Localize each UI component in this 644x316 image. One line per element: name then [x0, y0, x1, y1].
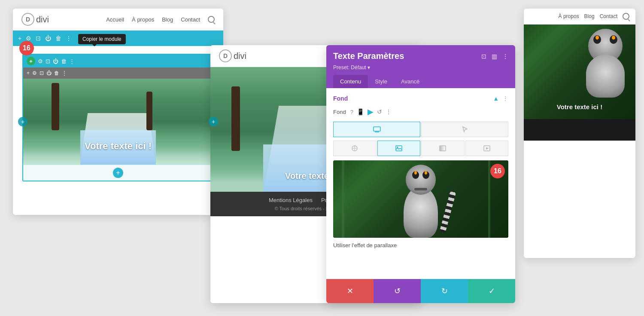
panel-fullscreen-icon[interactable]: ⊡ [481, 53, 486, 60]
bg-type-image-btn[interactable] [333, 122, 420, 137]
bamboo-1 [342, 160, 345, 238]
img-type-color-btn[interactable] [333, 141, 377, 156]
window1-nav: Accueil À propos Blog Contact [106, 16, 215, 23]
delete-icon[interactable]: 🗑 [55, 35, 61, 42]
divi-logo: D divi [21, 13, 49, 26]
panel-badge-16: 16 [490, 164, 505, 178]
img-type-row [333, 141, 508, 156]
add-module-bottom-btn[interactable]: + [113, 168, 123, 178]
inner-power-icon[interactable]: ⏻ [46, 70, 52, 76]
redo-button[interactable]: ↻ [421, 279, 468, 303]
fond-options-icon[interactable]: ⋮ [502, 95, 508, 102]
panel-preset[interactable]: Preset: Défaut ▾ [333, 64, 508, 71]
module-bottom: + [23, 165, 213, 181]
nav-blog[interactable]: Blog [162, 16, 173, 23]
module-delete-icon[interactable]: 🗑 [61, 58, 67, 64]
fond-mobile-icon[interactable]: 📱 [357, 108, 364, 115]
module-more-icon[interactable]: ⋮ [69, 58, 75, 64]
panel-header: Texte Paramètres ⊡ ▥ ⋮ Preset: Défaut ▾ … [326, 45, 515, 88]
copy-tooltip: Copier le module [78, 34, 126, 44]
fond-help-icon[interactable]: ? [350, 109, 353, 115]
w3-nav-apropos[interactable]: À propos [559, 13, 579, 19]
inner-copy-icon[interactable]: ⊡ [39, 70, 44, 76]
inner-toolbar: + ⚙ ⊡ ⏻ 🗑 ⋮ [23, 67, 213, 79]
lemur-head [406, 165, 436, 195]
settings-panel: Texte Paramètres ⊡ ▥ ⋮ Preset: Défaut ▾ … [326, 45, 515, 303]
panel-more-icon[interactable]: ⋮ [502, 53, 508, 60]
fond-reset-icon[interactable]: ↺ [377, 108, 382, 115]
add-icon[interactable]: + [18, 35, 21, 42]
img-type-image-btn[interactable] [377, 141, 421, 156]
window3: À propos Blog Contact Votre texte ici ! [524, 9, 635, 258]
window1: D divi Accueil À propos Blog Contact + ⚙… [13, 9, 223, 215]
bg-type-row [333, 122, 508, 137]
divi-logo-circle: D [21, 13, 34, 26]
inner-settings-icon[interactable]: ⚙ [32, 70, 37, 76]
save-button[interactable]: ✓ [468, 279, 515, 303]
parallax-label: Utiliser l'effet de parallaxe [333, 242, 508, 249]
row-add-right[interactable]: + [209, 117, 218, 126]
tab-avance[interactable]: Avancé [394, 75, 426, 88]
power-icon[interactable]: ⏻ [45, 35, 51, 42]
window3-nav: À propos Blog Contact [559, 13, 629, 20]
lemur-pupil-left [414, 171, 417, 175]
text-overlay-3: Votre texte ici ! [524, 103, 635, 110]
tab-contenu[interactable]: Contenu [333, 75, 368, 88]
module-settings-icon[interactable]: ⚙ [38, 58, 43, 64]
cancel-button[interactable]: ✕ [326, 279, 374, 303]
nav-accueil[interactable]: Accueil [106, 16, 124, 23]
footer-link-mentions[interactable]: Mentions Légales [269, 197, 313, 203]
lemur-image-container: 16 [333, 160, 508, 238]
fond-row: Fond ? 📱 ▶ ↺ ⋮ [333, 107, 508, 117]
w3-nav-blog[interactable]: Blog [584, 13, 595, 19]
panel-split-icon[interactable]: ▥ [492, 53, 497, 60]
waterfall-scene [23, 79, 213, 165]
fond-play-icon[interactable]: ▶ [368, 107, 374, 117]
nav-apropos[interactable]: À propos [132, 16, 154, 23]
w3-pupil-l [595, 36, 599, 40]
img-type-gradient-btn[interactable] [421, 141, 465, 156]
row-add-left[interactable]: + [18, 117, 27, 126]
inner-add-icon[interactable]: + [27, 70, 30, 76]
module-copy-icon[interactable]: ⊡ [46, 58, 50, 64]
module-add-btn[interactable]: + [27, 57, 35, 65]
module-power-icon[interactable]: ⏻ [53, 58, 58, 64]
w3-lemur-area: Votre texte ici ! [524, 25, 635, 119]
w2-tree-1 [231, 86, 240, 151]
lemur-figure [395, 165, 447, 238]
window3-header: À propos Blog Contact [524, 9, 635, 25]
fond-controls: ▲ ⋮ [493, 95, 508, 102]
w3-search-icon[interactable] [623, 13, 629, 20]
panel-header-icons: ⊡ ▥ ⋮ [481, 53, 508, 60]
fond-label: Fond [333, 109, 346, 115]
fond-chevron-up-icon[interactable]: ▲ [493, 95, 499, 102]
window2-divi-logo: D divi [219, 49, 246, 62]
module-container: 16 Copier le module + ⚙ ⊡ ⏻ 🗑 ⋮ + ⚙ ⊡ ⏻ [13, 46, 223, 189]
search-icon[interactable] [208, 16, 215, 23]
svg-rect-0 [374, 127, 380, 131]
w3-nav-contact[interactable]: Contact [600, 13, 617, 19]
window2-logo-circle: D [219, 49, 232, 62]
tree-trunk-1 [52, 83, 59, 130]
panel-header-top: Texte Paramètres ⊡ ▥ ⋮ [333, 51, 508, 61]
undo-button[interactable]: ↺ [374, 279, 421, 303]
panel-footer: ✕ ↺ ↻ ✓ [326, 279, 515, 303]
img-type-video-btn[interactable] [465, 141, 509, 156]
fond-title: Fond [333, 95, 348, 102]
inner-delete-icon[interactable]: 🗑 [54, 70, 59, 76]
copy-icon[interactable]: ⊡ [36, 35, 41, 42]
inner-more-icon[interactable]: ⋮ [62, 70, 67, 76]
panel-title: Texte Paramètres [333, 51, 404, 61]
image-module: + ⚙ ⊡ ⏻ 🗑 ⋮ + ⚙ ⊡ ⏻ 🗑 ⋮ + + [22, 54, 214, 181]
bg-type-cursor-btn[interactable] [421, 122, 508, 137]
fond-more-icon[interactable]: ⋮ [386, 108, 392, 115]
lemur-scene [333, 160, 508, 238]
panel-tabs: Contenu Style Avancé [333, 75, 508, 88]
more-icon[interactable]: ⋮ [66, 35, 72, 42]
waterfall-image-container: + + Votre texte ici ! [23, 79, 213, 165]
tree-trunk-2 [146, 92, 152, 130]
w3-lemur-figure [584, 29, 631, 98]
nav-contact[interactable]: Contact [181, 16, 200, 23]
tab-style[interactable]: Style [368, 75, 394, 88]
window1-header: D divi Accueil À propos Blog Contact [13, 9, 223, 31]
